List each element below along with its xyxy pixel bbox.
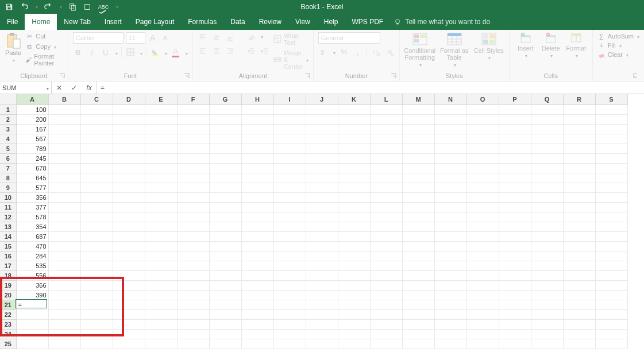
cell-E6[interactable]: [145, 153, 177, 163]
cell-S8[interactable]: [595, 173, 627, 183]
cell-Q14[interactable]: [531, 231, 563, 241]
cell-J1[interactable]: [306, 104, 338, 114]
cell-R6[interactable]: [563, 153, 595, 163]
cell-L6[interactable]: [370, 153, 402, 163]
cell-J19[interactable]: [306, 280, 338, 290]
cell-P19[interactable]: [499, 280, 531, 290]
cell-L22[interactable]: [370, 309, 402, 319]
cell-O20[interactable]: [466, 290, 499, 300]
cell-B9[interactable]: [48, 183, 80, 192]
cell-G14[interactable]: [209, 231, 241, 241]
cell-S24[interactable]: [595, 329, 627, 339]
cell-J24[interactable]: [306, 329, 338, 339]
cell-A16[interactable]: 284: [16, 251, 48, 261]
cell-J25[interactable]: [306, 339, 338, 349]
cell-H13[interactable]: [241, 222, 273, 231]
cell-B7[interactable]: [48, 163, 80, 173]
cell-C13[interactable]: [80, 222, 113, 231]
alignment-launcher-icon[interactable]: [304, 72, 311, 79]
align-right-button[interactable]: [225, 46, 236, 56]
cell-S7[interactable]: [595, 163, 627, 173]
cell-C15[interactable]: [80, 241, 113, 251]
cell-E15[interactable]: [145, 241, 177, 251]
cell-F23[interactable]: [177, 319, 209, 329]
cell-G10[interactable]: [209, 192, 241, 202]
cell-P13[interactable]: [499, 222, 531, 231]
row-header-14[interactable]: 14: [0, 231, 16, 241]
cell-I22[interactable]: [273, 309, 306, 319]
cell-I11[interactable]: [273, 202, 306, 212]
cell-E17[interactable]: [145, 261, 177, 270]
cell-P22[interactable]: [499, 309, 531, 319]
column-header-S[interactable]: S: [595, 94, 627, 104]
undo-dropdown-icon[interactable]: [34, 2, 38, 11]
cell-R10[interactable]: [563, 192, 595, 202]
cell-J2[interactable]: [306, 114, 338, 124]
cell-M17[interactable]: [402, 261, 434, 270]
cell-N15[interactable]: [434, 241, 466, 251]
cell-O8[interactable]: [466, 173, 499, 183]
align-center-button[interactable]: [211, 46, 222, 56]
cell-S20[interactable]: [595, 290, 627, 300]
cell-L7[interactable]: [370, 163, 402, 173]
increase-font-button[interactable]: A: [148, 33, 158, 43]
cell-J3[interactable]: [306, 124, 338, 134]
column-header-G[interactable]: G: [209, 94, 241, 104]
cell-K12[interactable]: [338, 212, 370, 222]
cell-S17[interactable]: [595, 261, 627, 270]
underline-dropdown-icon[interactable]: [114, 48, 118, 57]
row-header-22[interactable]: 22: [0, 309, 16, 319]
cell-Q24[interactable]: [531, 329, 563, 339]
cell-L20[interactable]: [370, 290, 402, 300]
cell-O4[interactable]: [466, 134, 499, 144]
undo-icon[interactable]: [20, 2, 29, 11]
cell-I19[interactable]: [273, 280, 306, 290]
cell-E11[interactable]: [145, 202, 177, 212]
cell-E3[interactable]: [145, 124, 177, 134]
merge-center-button[interactable]: Merge & Center: [273, 49, 308, 70]
tab-file[interactable]: File: [0, 14, 25, 30]
cell-I20[interactable]: [273, 290, 306, 300]
cell-E22[interactable]: [145, 309, 177, 319]
cell-I25[interactable]: [273, 339, 306, 349]
cell-M18[interactable]: [402, 270, 434, 280]
cell-N21[interactable]: [434, 300, 466, 309]
cell-C8[interactable]: [80, 173, 113, 183]
cell-B24[interactable]: [48, 329, 80, 339]
cell-O5[interactable]: [466, 144, 499, 153]
row-header-7[interactable]: 7: [0, 163, 16, 173]
cell-F17[interactable]: [177, 261, 209, 270]
cell-L25[interactable]: [370, 339, 402, 349]
cell-B5[interactable]: [48, 144, 80, 153]
cell-D1[interactable]: [113, 104, 145, 114]
cell-N17[interactable]: [434, 261, 466, 270]
cell-G22[interactable]: [209, 309, 241, 319]
cell-N22[interactable]: [434, 309, 466, 319]
cell-B13[interactable]: [48, 222, 80, 231]
cell-A10[interactable]: 356: [16, 192, 48, 202]
cell-K11[interactable]: [338, 202, 370, 212]
cell-S5[interactable]: [595, 144, 627, 153]
cell-Q4[interactable]: [531, 134, 563, 144]
cell-M5[interactable]: [402, 144, 434, 153]
font-color-dropdown-icon[interactable]: [184, 48, 188, 57]
cell-D16[interactable]: [113, 251, 145, 261]
select-all-corner[interactable]: [0, 94, 16, 104]
cell-O6[interactable]: [466, 153, 499, 163]
cell-P20[interactable]: [499, 290, 531, 300]
tab-insert[interactable]: Insert: [98, 14, 129, 30]
cell-S23[interactable]: [595, 319, 627, 329]
cell-O2[interactable]: [466, 114, 499, 124]
cell-D5[interactable]: [113, 144, 145, 153]
cell-C1[interactable]: [80, 104, 113, 114]
tab-help[interactable]: Help: [317, 14, 345, 30]
cell-R1[interactable]: [563, 104, 595, 114]
cell-G8[interactable]: [209, 173, 241, 183]
cell-C22[interactable]: [80, 309, 113, 319]
cell-H20[interactable]: [241, 290, 273, 300]
cell-G24[interactable]: [209, 329, 241, 339]
cell-P9[interactable]: [499, 183, 531, 192]
cell-L9[interactable]: [370, 183, 402, 192]
cell-S1[interactable]: [595, 104, 627, 114]
cell-D14[interactable]: [113, 231, 145, 241]
